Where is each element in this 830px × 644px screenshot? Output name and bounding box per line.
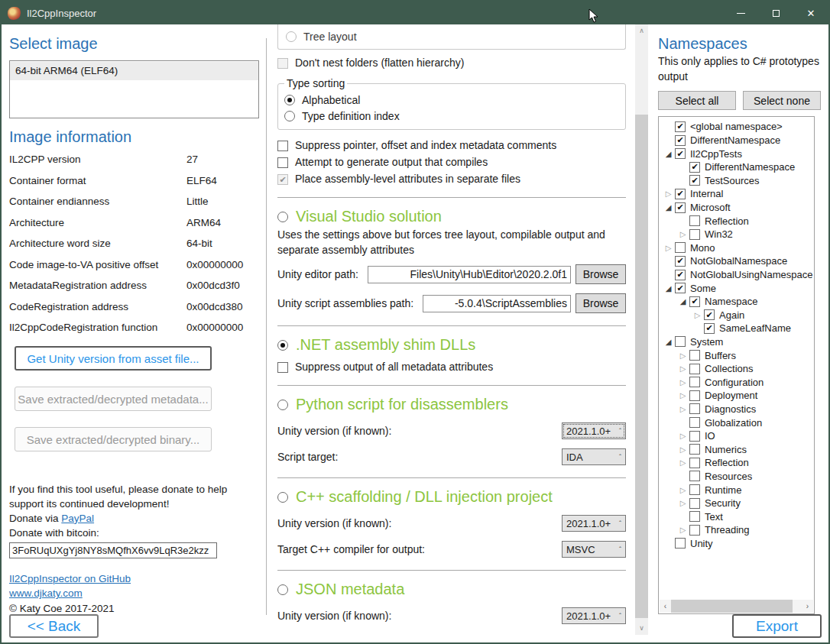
tree-checkbox[interactable] xyxy=(689,484,700,495)
tree-checkbox[interactable] xyxy=(675,270,686,280)
tree-expander-icon[interactable] xyxy=(676,445,689,454)
save-metadata-button[interactable]: Save extracted/decrypted metadata... xyxy=(15,387,212,411)
close-button[interactable]: ✕ xyxy=(793,2,828,24)
namespace-tree-item[interactable]: IO xyxy=(659,429,814,443)
tree-checkbox[interactable] xyxy=(689,364,700,374)
tree-checkbox[interactable] xyxy=(689,215,700,226)
python-unity-version-select[interactable]: 2021.1.0+ ˆ︎ xyxy=(562,422,626,439)
tree-expander-icon[interactable] xyxy=(676,526,689,534)
tree-checkbox[interactable] xyxy=(675,202,686,213)
github-link[interactable]: Il2CppInspector on GitHub xyxy=(9,573,131,584)
namespace-tree-item[interactable]: Threading xyxy=(659,523,814,537)
namespace-tree-item[interactable]: Il2CppTests xyxy=(659,147,814,160)
tree-checkbox[interactable] xyxy=(675,135,686,146)
suppress-comments-checkbox[interactable] xyxy=(277,141,288,151)
namespace-tree-item[interactable]: Reflection xyxy=(659,456,814,470)
suppress-metadata-attrs-checkbox[interactable] xyxy=(277,362,288,373)
bitcoin-address-input[interactable] xyxy=(9,542,217,558)
namespace-tree-item[interactable]: DifferentNamespace xyxy=(659,160,814,174)
tree-checkbox[interactable] xyxy=(689,350,700,361)
namespace-tree-item[interactable]: Namespace xyxy=(659,295,814,309)
namespace-tree-item[interactable]: Unity xyxy=(659,537,814,551)
tree-checkbox[interactable] xyxy=(675,148,686,159)
tree-checkbox[interactable] xyxy=(689,175,700,186)
cpp-unity-version-select[interactable]: 2021.1.0+ ˆ︎ xyxy=(562,515,626,532)
namespace-tree-item[interactable]: Deployment xyxy=(659,389,814,403)
tree-checkbox[interactable] xyxy=(689,162,700,173)
tree-expander-icon[interactable] xyxy=(662,284,675,293)
alphabetical-radio[interactable] xyxy=(284,95,295,105)
tree-checkbox[interactable] xyxy=(689,417,700,428)
select-none-button[interactable]: Select none xyxy=(743,91,821,110)
image-list-item[interactable]: 64-bit ARM64 (ELF64) xyxy=(10,62,258,80)
namespace-tree-item[interactable]: Win32 xyxy=(659,228,814,241)
namespace-tree-item[interactable]: Collections xyxy=(659,362,814,376)
tree-expander-icon[interactable] xyxy=(662,244,675,252)
title-bar[interactable]: Il2CppInspector ✕ xyxy=(2,2,828,24)
browse-assemblies-path-button[interactable]: Browse xyxy=(575,293,626,313)
hscrollbar-thumb[interactable] xyxy=(671,600,793,613)
scrollbar-thumb[interactable] xyxy=(635,115,648,618)
json-radio[interactable] xyxy=(277,584,288,595)
namespace-tree-item[interactable]: Security xyxy=(659,497,814,510)
tree-expander-icon[interactable] xyxy=(676,351,689,360)
namespace-tree-item[interactable]: Microsoft xyxy=(659,201,814,215)
tree-expander-icon[interactable] xyxy=(676,486,689,494)
tree-checkbox[interactable] xyxy=(675,121,686,132)
tree-checkbox[interactable] xyxy=(675,242,686,253)
tree-expander-icon[interactable] xyxy=(676,364,689,373)
tree-checkbox[interactable] xyxy=(704,309,715,320)
tree-checkbox[interactable] xyxy=(689,511,700,522)
tree-checkbox[interactable] xyxy=(689,431,700,442)
tree-expander-icon[interactable] xyxy=(662,189,675,198)
vertical-scrollbar[interactable]: ∧ ∨ xyxy=(635,24,648,635)
tree-expander-icon[interactable] xyxy=(676,378,689,387)
tree-expander-icon[interactable] xyxy=(662,150,675,158)
tree-checkbox[interactable] xyxy=(689,525,700,536)
tree-checkbox[interactable] xyxy=(689,458,700,468)
namespace-tree-item[interactable]: Diagnostics xyxy=(659,403,814,416)
namespace-tree-item[interactable]: Mono xyxy=(659,241,814,255)
tree-checkbox[interactable] xyxy=(675,189,686,199)
horizontal-scrollbar[interactable]: ‹ › xyxy=(660,600,813,613)
tree-checkbox[interactable] xyxy=(689,498,700,509)
dotnet-radio[interactable] xyxy=(277,340,288,351)
get-unity-version-button[interactable]: Get Unity version from asset file... xyxy=(15,346,212,371)
website-link[interactable]: www.djkaty.com xyxy=(9,587,83,599)
scroll-up-icon[interactable]: ∧ xyxy=(635,24,648,37)
tree-checkbox[interactable] xyxy=(689,377,700,387)
unity-editor-path-input[interactable]: Files\Unity\Hub\Editor\2020.2.0f1 xyxy=(368,266,571,283)
tree-expander-icon[interactable] xyxy=(676,499,689,507)
tree-expander-icon[interactable] xyxy=(676,391,689,400)
save-binary-button[interactable]: Save extracted/decrypted binary... xyxy=(15,427,212,451)
tree-expander-icon[interactable] xyxy=(676,405,689,413)
tree-checkbox[interactable] xyxy=(704,323,715,334)
namespace-tree-item[interactable]: Numerics xyxy=(659,442,814,456)
type-definition-index-radio[interactable] xyxy=(284,111,295,121)
cpp-compiler-select[interactable]: MSVC ˆ︎ xyxy=(562,541,626,558)
namespace-tree-item[interactable]: Internal xyxy=(659,187,814,201)
namespace-tree-item[interactable]: NotGlobalNamespace xyxy=(659,254,814,268)
back-button[interactable]: << Back xyxy=(9,614,99,638)
tree-checkbox[interactable] xyxy=(675,538,686,549)
minimize-button[interactable] xyxy=(723,2,758,24)
namespace-tree-item[interactable]: Configuration xyxy=(659,375,814,389)
tree-checkbox[interactable] xyxy=(689,390,700,401)
image-listbox[interactable]: 64-bit ARM64 (ELF64) xyxy=(9,60,259,118)
json-unity-version-select[interactable]: 2021.1.0+ ˆ︎ xyxy=(562,607,626,624)
tree-expander-icon[interactable] xyxy=(662,338,675,346)
namespace-tree-item[interactable]: Again xyxy=(659,309,814,322)
namespace-tree-item[interactable]: NotGlobalUsingNamespace xyxy=(659,268,814,282)
tree-expander-icon[interactable] xyxy=(662,203,675,212)
paypal-link[interactable]: PayPal xyxy=(61,513,94,524)
cpp-radio[interactable] xyxy=(277,492,288,503)
compilable-output-checkbox[interactable] xyxy=(277,157,288,168)
namespace-tree-item[interactable]: Text xyxy=(659,510,814,523)
tree-checkbox[interactable] xyxy=(675,336,686,347)
maximize-button[interactable] xyxy=(758,2,793,24)
vs-solution-radio[interactable] xyxy=(277,212,288,222)
namespace-tree-item[interactable]: Runtime xyxy=(659,483,814,497)
tree-checkbox[interactable] xyxy=(689,403,700,414)
namespace-tree-item[interactable]: DifferentNamespace xyxy=(659,134,814,147)
tree-checkbox[interactable] xyxy=(689,229,700,240)
